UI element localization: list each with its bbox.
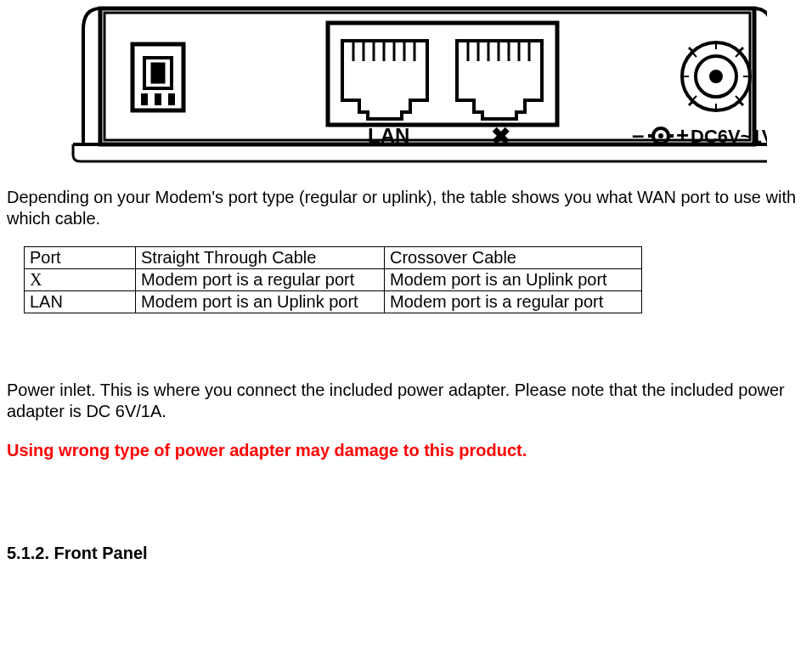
svg-line-35 bbox=[692, 53, 696, 57]
diagram-label-minus: – bbox=[632, 122, 644, 148]
warning-text: Using wrong type of power adapter may da… bbox=[7, 441, 805, 460]
diagram-label-plus: + bbox=[676, 122, 689, 148]
table-header-straight: Straight Through Cable bbox=[136, 247, 385, 269]
cell-port: LAN bbox=[25, 291, 136, 313]
diagram-label-dc: DC6V~1V bbox=[691, 126, 767, 147]
table-header-port: Port bbox=[25, 247, 136, 269]
diagram-label-lan: LAN bbox=[368, 124, 409, 147]
rear-panel-diagram: LAN ✖ – + DC6V~1V bbox=[66, 0, 805, 170]
table-header-cross: Crossover Cable bbox=[385, 247, 642, 269]
svg-rect-7 bbox=[168, 93, 175, 105]
diagram-label-x: ✖ bbox=[491, 123, 510, 149]
svg-rect-6 bbox=[155, 93, 161, 105]
table-row: X Modem port is a regular port Modem por… bbox=[25, 269, 642, 291]
svg-rect-5 bbox=[141, 93, 148, 105]
table-row: LAN Modem port is an Uplink port Modem p… bbox=[25, 291, 642, 313]
svg-rect-8 bbox=[328, 23, 557, 125]
svg-line-26 bbox=[689, 48, 692, 51]
table-row: Port Straight Through Cable Crossover Ca… bbox=[25, 247, 642, 269]
cell-port: X bbox=[25, 269, 136, 291]
intro-paragraph: Depending on your Modem's port type (reg… bbox=[7, 187, 805, 229]
port-cable-table: Port Straight Through Cable Crossover Ca… bbox=[24, 246, 642, 313]
cell-straight: Modem port is an Uplink port bbox=[136, 291, 385, 313]
svg-point-39 bbox=[658, 133, 663, 138]
svg-point-25 bbox=[711, 71, 721, 82]
cell-cross: Modem port is an Uplink port bbox=[385, 269, 642, 291]
svg-line-37 bbox=[692, 96, 696, 100]
cell-straight: Modem port is a regular port bbox=[136, 269, 385, 291]
svg-line-29 bbox=[740, 102, 743, 105]
svg-line-27 bbox=[740, 48, 743, 51]
svg-line-28 bbox=[689, 102, 692, 105]
svg-line-34 bbox=[736, 53, 740, 57]
cell-cross: Modem port is a regular port bbox=[385, 291, 642, 313]
section-heading: 5.1.2. Front Panel bbox=[7, 544, 805, 563]
power-paragraph: Power inlet. This is where you connect t… bbox=[7, 380, 805, 422]
svg-line-36 bbox=[736, 96, 740, 100]
svg-rect-4 bbox=[153, 65, 163, 82]
